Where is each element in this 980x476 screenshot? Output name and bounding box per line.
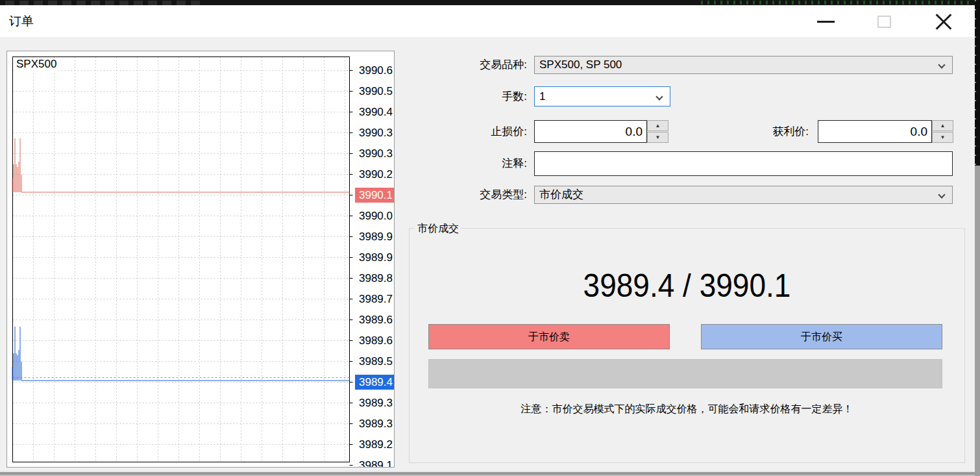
symbol-select[interactable]: SPX500, SP 500 xyxy=(534,56,953,74)
price-axis-label: 3990.5 xyxy=(355,84,395,99)
chevron-down-icon xyxy=(938,191,945,198)
chevron-down-icon xyxy=(655,93,663,100)
stop-loss-label: 止损价: xyxy=(397,120,527,143)
chevron-down-icon xyxy=(938,61,945,68)
close-icon xyxy=(934,12,953,31)
price-axis-label: 3989.6 xyxy=(355,333,395,348)
stop-loss-spinbox xyxy=(534,120,647,143)
sell-by-market-button[interactable]: 于市价卖 xyxy=(428,324,670,349)
spin-down-icon[interactable]: ▼ xyxy=(647,132,668,143)
symbol-select-value: SPX500, SP 500 xyxy=(539,56,622,73)
market-note: 注意：市价交易模式下的实际成交价格，可能会和请求价格有一定差异！ xyxy=(410,403,964,416)
price-axis-label: 3990.3 xyxy=(355,125,395,140)
background-axis-dashes xyxy=(975,0,976,166)
tick-chart: SPX500 3990.63990.53990.43990.33990.3399… xyxy=(6,51,395,468)
price-axis-label: 3989.6 xyxy=(355,312,395,327)
order-type-select-value: 市价成交 xyxy=(539,186,583,203)
price-axis-label: 3989.8 xyxy=(355,271,395,286)
group-title: 市价成交 xyxy=(415,222,461,236)
price-axis-label: 3989.5 xyxy=(355,354,395,369)
price-axis-label: 3990.6 xyxy=(355,63,395,78)
price-axis-label: 3990.4 xyxy=(355,105,395,119)
take-profit-spinner: ▲ ▼ xyxy=(932,120,953,143)
price-axis-label: 3989.4 xyxy=(355,375,395,390)
price-axis-label: 3989.9 xyxy=(355,229,395,244)
background-strip-bottom xyxy=(0,471,975,476)
price-axis-label: 3989.7 xyxy=(355,292,395,307)
close-button[interactable] xyxy=(927,8,961,34)
stop-loss-input[interactable] xyxy=(534,120,647,143)
comment-label: 注释: xyxy=(397,151,527,176)
order-type-label: 交易类型: xyxy=(397,186,527,204)
chart-symbol-label: SPX500 xyxy=(15,58,58,71)
window-title: 订单 xyxy=(9,5,34,37)
background-chart-remnant xyxy=(701,1,970,5)
volume-combobox[interactable] xyxy=(534,86,670,106)
take-profit-input[interactable] xyxy=(818,120,932,143)
bid-ask-quote: 3989.4 / 3990.1 xyxy=(432,260,942,312)
price-axis-label: 3990.3 xyxy=(355,146,395,161)
price-axis-label: 3989.1 xyxy=(355,458,395,468)
price-axis-label: 3990.1 xyxy=(355,188,395,203)
order-type-select[interactable]: 市价成交 xyxy=(534,186,953,204)
price-axis-label: 3989.3 xyxy=(355,416,395,431)
volume-input[interactable] xyxy=(535,87,645,106)
buy-by-market-button[interactable]: 于市价买 xyxy=(701,324,942,349)
background-window-remnant xyxy=(5,1,200,5)
spin-up-icon[interactable]: ▲ xyxy=(647,120,668,131)
disabled-action-bar xyxy=(428,359,942,388)
price-axis-label: 3989.9 xyxy=(355,250,395,265)
titlebar: 订单 xyxy=(0,5,975,37)
maximize-icon xyxy=(877,16,891,28)
price-axis-label: 3989.3 xyxy=(355,395,395,410)
price-axis-label: 3990.0 xyxy=(355,208,395,223)
order-dialog: 订单 SPX500 3990.63990.53990.43990.33990.3… xyxy=(0,5,975,471)
background-strip-right xyxy=(975,0,980,476)
symbol-label: 交易品种: xyxy=(397,56,527,74)
market-execution-group: 市价成交 3989.4 / 3990.1 于市价卖 于市价买 注意：市价交易模式… xyxy=(409,228,965,463)
minimize-icon xyxy=(817,21,835,23)
minimize-button[interactable] xyxy=(809,8,842,34)
comment-input[interactable] xyxy=(534,151,953,176)
price-axis: 3990.63990.53990.43990.33990.33990.23990… xyxy=(355,51,395,468)
stop-loss-spinner: ▲ ▼ xyxy=(647,120,668,143)
take-profit-label: 获利价: xyxy=(679,120,809,143)
tick-chart-plot xyxy=(7,51,395,468)
price-axis-label: 3990.2 xyxy=(355,167,395,182)
take-profit-spinbox xyxy=(818,120,932,143)
price-axis-label: 3989.2 xyxy=(355,437,395,452)
spin-up-icon[interactable]: ▲ xyxy=(932,120,953,131)
volume-label: 手数: xyxy=(397,86,527,106)
spin-down-icon[interactable]: ▼ xyxy=(932,132,953,143)
maximize-button[interactable] xyxy=(867,8,901,34)
